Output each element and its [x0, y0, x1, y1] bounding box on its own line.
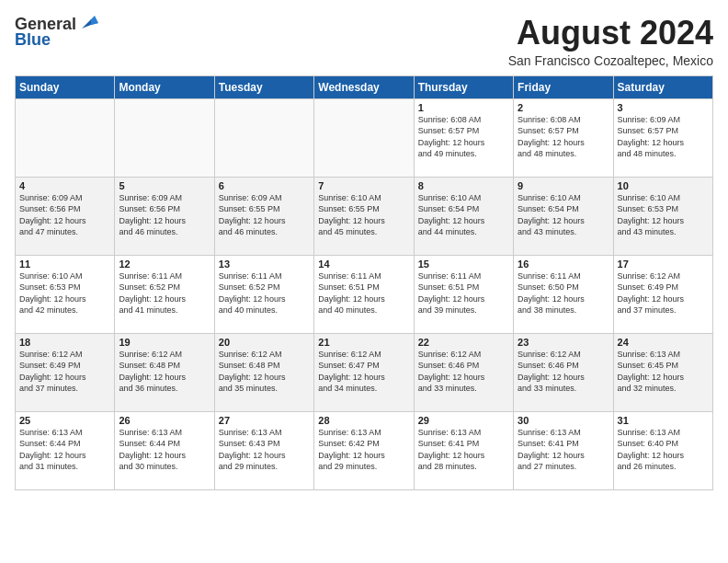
day-info: Sunrise: 6:11 AM Sunset: 6:52 PM Dayligh…: [219, 270, 310, 316]
day-number: 12: [119, 259, 210, 270]
col-friday: Friday: [514, 75, 613, 98]
day-info: Sunrise: 6:12 AM Sunset: 6:49 PM Dayligh…: [618, 270, 709, 316]
day-info: Sunrise: 6:09 AM Sunset: 6:56 PM Dayligh…: [19, 192, 110, 238]
logo-bird-icon: [78, 16, 98, 32]
day-info: Sunrise: 6:13 AM Sunset: 6:44 PM Dayligh…: [19, 427, 110, 473]
table-row: 23Sunrise: 6:12 AM Sunset: 6:46 PM Dayli…: [514, 333, 613, 411]
day-number: 26: [119, 415, 210, 426]
day-info: Sunrise: 6:10 AM Sunset: 6:54 PM Dayligh…: [418, 192, 509, 238]
table-row: 2Sunrise: 6:08 AM Sunset: 6:57 PM Daylig…: [514, 98, 613, 177]
calendar-week-row: 18Sunrise: 6:12 AM Sunset: 6:49 PM Dayli…: [16, 333, 713, 411]
day-number: 16: [518, 259, 609, 270]
day-info: Sunrise: 6:11 AM Sunset: 6:50 PM Dayligh…: [518, 270, 609, 316]
subtitle: San Francisco Cozoaltepec, Mexico: [508, 53, 713, 68]
table-row: 30Sunrise: 6:13 AM Sunset: 6:41 PM Dayli…: [514, 411, 613, 489]
day-info: Sunrise: 6:13 AM Sunset: 6:42 PM Dayligh…: [318, 427, 409, 473]
day-number: 31: [618, 415, 709, 426]
table-row: 9Sunrise: 6:10 AM Sunset: 6:54 PM Daylig…: [514, 177, 613, 255]
table-row: [16, 98, 115, 177]
table-row: 20Sunrise: 6:12 AM Sunset: 6:48 PM Dayli…: [214, 333, 313, 411]
day-info: Sunrise: 6:12 AM Sunset: 6:46 PM Dayligh…: [418, 349, 509, 395]
day-info: Sunrise: 6:11 AM Sunset: 6:51 PM Dayligh…: [318, 270, 409, 316]
table-row: 29Sunrise: 6:13 AM Sunset: 6:41 PM Dayli…: [414, 411, 513, 489]
table-row: [115, 98, 214, 177]
day-info: Sunrise: 6:08 AM Sunset: 6:57 PM Dayligh…: [518, 114, 609, 160]
col-thursday: Thursday: [414, 75, 513, 98]
table-row: 31Sunrise: 6:13 AM Sunset: 6:40 PM Dayli…: [613, 411, 712, 489]
logo: General Blue: [15, 15, 98, 50]
table-row: 19Sunrise: 6:12 AM Sunset: 6:48 PM Dayli…: [115, 333, 214, 411]
table-row: 10Sunrise: 6:10 AM Sunset: 6:53 PM Dayli…: [613, 177, 712, 255]
day-number: 19: [119, 337, 210, 348]
table-row: [214, 98, 313, 177]
col-sunday: Sunday: [16, 75, 115, 98]
day-number: 5: [119, 180, 210, 191]
table-row: 14Sunrise: 6:11 AM Sunset: 6:51 PM Dayli…: [314, 255, 414, 333]
day-number: 18: [19, 337, 110, 348]
day-info: Sunrise: 6:13 AM Sunset: 6:40 PM Dayligh…: [618, 427, 709, 473]
day-number: 29: [418, 415, 509, 426]
day-info: Sunrise: 6:10 AM Sunset: 6:54 PM Dayligh…: [518, 192, 609, 238]
day-info: Sunrise: 6:12 AM Sunset: 6:48 PM Dayligh…: [119, 349, 210, 395]
calendar-week-row: 11Sunrise: 6:10 AM Sunset: 6:53 PM Dayli…: [16, 255, 713, 333]
day-number: 15: [418, 259, 509, 270]
day-info: Sunrise: 6:10 AM Sunset: 6:53 PM Dayligh…: [618, 192, 709, 238]
day-info: Sunrise: 6:08 AM Sunset: 6:57 PM Dayligh…: [418, 114, 509, 160]
table-row: 28Sunrise: 6:13 AM Sunset: 6:42 PM Dayli…: [314, 411, 414, 489]
day-info: Sunrise: 6:12 AM Sunset: 6:46 PM Dayligh…: [518, 349, 609, 395]
day-info: Sunrise: 6:09 AM Sunset: 6:56 PM Dayligh…: [119, 192, 210, 238]
day-info: Sunrise: 6:13 AM Sunset: 6:41 PM Dayligh…: [418, 427, 509, 473]
day-info: Sunrise: 6:10 AM Sunset: 6:53 PM Dayligh…: [19, 270, 110, 316]
day-info: Sunrise: 6:11 AM Sunset: 6:51 PM Dayligh…: [418, 270, 509, 316]
table-row: 27Sunrise: 6:13 AM Sunset: 6:43 PM Dayli…: [214, 411, 313, 489]
day-number: 23: [518, 337, 609, 348]
logo-blue-text: Blue: [15, 30, 51, 50]
day-number: 9: [518, 180, 609, 191]
table-row: 13Sunrise: 6:11 AM Sunset: 6:52 PM Dayli…: [214, 255, 313, 333]
table-row: 24Sunrise: 6:13 AM Sunset: 6:45 PM Dayli…: [613, 333, 712, 411]
day-number: 2: [518, 102, 609, 113]
calendar-header-row: Sunday Monday Tuesday Wednesday Thursday…: [16, 75, 713, 98]
day-number: 20: [219, 337, 310, 348]
day-number: 14: [318, 259, 409, 270]
calendar-week-row: 1Sunrise: 6:08 AM Sunset: 6:57 PM Daylig…: [16, 98, 713, 177]
calendar-week-row: 4Sunrise: 6:09 AM Sunset: 6:56 PM Daylig…: [16, 177, 713, 255]
day-info: Sunrise: 6:12 AM Sunset: 6:48 PM Dayligh…: [219, 349, 310, 395]
day-info: Sunrise: 6:13 AM Sunset: 6:41 PM Dayligh…: [518, 427, 609, 473]
col-saturday: Saturday: [613, 75, 712, 98]
table-row: 3Sunrise: 6:09 AM Sunset: 6:57 PM Daylig…: [613, 98, 712, 177]
table-row: 7Sunrise: 6:10 AM Sunset: 6:55 PM Daylig…: [314, 177, 414, 255]
day-info: Sunrise: 6:12 AM Sunset: 6:47 PM Dayligh…: [318, 349, 409, 395]
table-row: 26Sunrise: 6:13 AM Sunset: 6:44 PM Dayli…: [115, 411, 214, 489]
calendar: Sunday Monday Tuesday Wednesday Thursday…: [15, 75, 713, 490]
table-row: 4Sunrise: 6:09 AM Sunset: 6:56 PM Daylig…: [16, 177, 115, 255]
header: General Blue August 2024 San Francisco C…: [15, 15, 713, 68]
day-number: 21: [318, 337, 409, 348]
day-info: Sunrise: 6:12 AM Sunset: 6:49 PM Dayligh…: [19, 349, 110, 395]
day-number: 6: [219, 180, 310, 191]
day-number: 7: [318, 180, 409, 191]
table-row: 16Sunrise: 6:11 AM Sunset: 6:50 PM Dayli…: [514, 255, 613, 333]
table-row: 22Sunrise: 6:12 AM Sunset: 6:46 PM Dayli…: [414, 333, 513, 411]
day-info: Sunrise: 6:10 AM Sunset: 6:55 PM Dayligh…: [318, 192, 409, 238]
day-number: 22: [418, 337, 509, 348]
table-row: 8Sunrise: 6:10 AM Sunset: 6:54 PM Daylig…: [414, 177, 513, 255]
day-number: 25: [19, 415, 110, 426]
table-row: 18Sunrise: 6:12 AM Sunset: 6:49 PM Dayli…: [16, 333, 115, 411]
table-row: 11Sunrise: 6:10 AM Sunset: 6:53 PM Dayli…: [16, 255, 115, 333]
day-info: Sunrise: 6:09 AM Sunset: 6:57 PM Dayligh…: [618, 114, 709, 160]
day-info: Sunrise: 6:13 AM Sunset: 6:45 PM Dayligh…: [618, 349, 709, 395]
day-number: 30: [518, 415, 609, 426]
day-number: 11: [19, 259, 110, 270]
day-number: 13: [219, 259, 310, 270]
day-number: 17: [618, 259, 709, 270]
table-row: [314, 98, 414, 177]
table-row: 6Sunrise: 6:09 AM Sunset: 6:55 PM Daylig…: [214, 177, 313, 255]
main-title: August 2024: [508, 15, 713, 52]
day-info: Sunrise: 6:09 AM Sunset: 6:55 PM Dayligh…: [219, 192, 310, 238]
day-number: 28: [318, 415, 409, 426]
day-number: 1: [418, 102, 509, 113]
day-number: 8: [418, 180, 509, 191]
table-row: 12Sunrise: 6:11 AM Sunset: 6:52 PM Dayli…: [115, 255, 214, 333]
title-block: August 2024 San Francisco Cozoaltepec, M…: [508, 15, 713, 68]
